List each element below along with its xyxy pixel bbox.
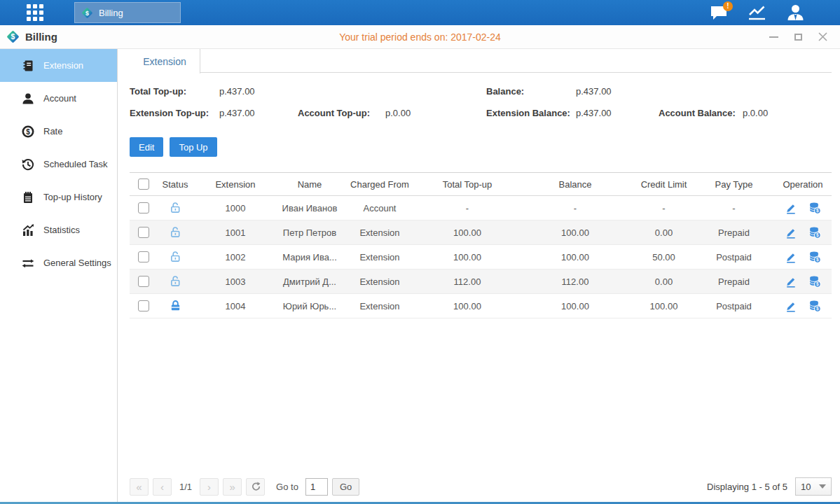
edit-row-icon[interactable] — [785, 202, 797, 214]
sidebar: Extension Account $ Rate Scheduled Task … — [0, 49, 118, 504]
cell-balance: 100.00 — [516, 245, 634, 270]
topup-row-icon[interactable]: $ — [808, 226, 821, 239]
cell-pay-type: Prepaid — [694, 220, 774, 245]
lock-closed-icon — [170, 299, 181, 312]
total-topup-label: Total Top-up: — [130, 86, 219, 97]
sidebar-item-extension[interactable]: Extension — [0, 49, 117, 82]
table-header-row: Status Extension Name Charged From Total… — [130, 173, 832, 196]
content-area: Extension Total Top-up: p.437.00 Extensi… — [118, 49, 840, 504]
cell-name: Юрий Юрь... — [278, 294, 341, 318]
tab-bar: Extension — [130, 49, 832, 73]
select-all-checkbox[interactable] — [138, 178, 149, 190]
col-credit-limit: Credit Limit — [634, 173, 694, 196]
next-page-button[interactable]: › — [200, 478, 219, 496]
edit-row-icon[interactable] — [785, 251, 797, 263]
account-topup-label: Account Top-up: — [298, 108, 385, 118]
page-size-value: 10 — [801, 482, 811, 492]
goto-page-input[interactable] — [305, 478, 328, 496]
cell-pay-type: Postpaid — [694, 245, 774, 270]
trial-message: Your trial period ends on: 2017-02-24 — [0, 31, 840, 43]
account-balance-value: p.0.00 — [743, 108, 768, 118]
cell-balance: 112.00 — [516, 270, 634, 294]
cell-extension: 1002 — [193, 245, 278, 270]
cell-extension: 1001 — [193, 220, 278, 245]
cell-total-topup: 112.00 — [418, 270, 516, 294]
cell-pay-type: - — [694, 196, 774, 220]
reports-chart-icon[interactable] — [748, 5, 766, 21]
prev-page-button[interactable]: ‹ — [153, 478, 172, 496]
taskbar-billing-tab[interactable]: $ Billing — [74, 2, 181, 23]
sidebar-item-label: Rate — [43, 126, 62, 136]
topup-row-icon[interactable]: $ — [808, 300, 821, 312]
sidebar-item-statistics[interactable]: Statistics — [0, 214, 117, 246]
billing-app-icon: $ — [81, 7, 93, 19]
sidebar-item-rate[interactable]: $ Rate — [0, 115, 117, 148]
col-name: Name — [278, 173, 341, 196]
row-checkbox[interactable] — [138, 227, 149, 238]
row-checkbox[interactable] — [138, 300, 149, 312]
cell-balance: - — [516, 196, 634, 220]
row-checkbox[interactable] — [138, 202, 149, 214]
svg-text:$: $ — [11, 33, 15, 41]
cell-total-topup: - — [418, 196, 516, 220]
balance-label: Balance: — [486, 86, 576, 97]
sidebar-item-general-settings[interactable]: General Settings — [0, 246, 117, 279]
extension-balance-value: p.437.00 — [576, 108, 659, 118]
table-row: 1003 Дмитрий Д... Extension 112.00 112.0… — [130, 270, 832, 294]
tab-extension[interactable]: Extension — [130, 49, 200, 74]
extension-topup-value: p.437.00 — [219, 108, 298, 118]
svg-text:$: $ — [816, 281, 819, 287]
last-page-button[interactable]: » — [223, 478, 242, 496]
cell-credit-limit: 0.00 — [634, 220, 694, 245]
sidebar-item-scheduled-task[interactable]: Scheduled Task — [0, 148, 117, 181]
col-total-topup: Total Top-up — [418, 173, 516, 196]
window-title-bar: $ Billing Your trial period ends on: 201… — [0, 25, 840, 49]
displaying-info: Displaying 1 - 5 of 5 — [707, 482, 787, 492]
pagination-bar: « ‹ 1/1 › » Go to Go Displaying 1 - 5 of… — [130, 473, 832, 504]
cell-balance: 100.00 — [516, 220, 634, 245]
minimize-icon[interactable] — [769, 32, 778, 42]
edit-button[interactable]: Edit — [130, 137, 163, 157]
messages-icon[interactable]: ! — [710, 5, 728, 21]
first-page-button[interactable]: « — [130, 478, 149, 496]
close-icon[interactable] — [818, 32, 827, 42]
topup-button[interactable]: Top Up — [170, 137, 216, 157]
page-size-select[interactable]: 10 — [795, 477, 832, 496]
cell-charged-from: Extension — [341, 270, 418, 294]
topup-row-icon[interactable]: $ — [808, 275, 821, 288]
notepad-icon — [21, 191, 34, 204]
topup-row-icon[interactable]: $ — [808, 202, 821, 214]
sidebar-item-label: Top-up History — [43, 192, 102, 202]
app-grid-icon[interactable] — [27, 4, 43, 21]
cell-name: Дмитрий Д... — [278, 270, 341, 294]
balance-value: p.437.00 — [576, 86, 612, 97]
cell-charged-from: Extension — [341, 294, 418, 318]
cell-credit-limit: 50.00 — [634, 245, 694, 270]
history-clock-icon — [21, 158, 34, 171]
cell-extension: 1003 — [193, 270, 278, 294]
svg-text:$: $ — [816, 257, 819, 262]
table-row: 1002 Мария Ива... Extension 100.00 100.0… — [130, 245, 832, 270]
edit-row-icon[interactable] — [785, 226, 797, 239]
billing-window-icon: $ — [6, 30, 20, 43]
user-account-icon[interactable] — [786, 4, 805, 21]
svg-text:$: $ — [816, 232, 819, 238]
extension-balance-label: Extension Balance: — [486, 108, 576, 118]
cell-total-topup: 100.00 — [418, 294, 516, 318]
edit-row-icon[interactable] — [785, 300, 797, 312]
cell-charged-from: Account — [341, 196, 418, 220]
row-checkbox[interactable] — [138, 276, 149, 287]
edit-row-icon[interactable] — [785, 275, 797, 288]
topup-row-icon[interactable]: $ — [808, 251, 821, 263]
go-button[interactable]: Go — [332, 478, 359, 496]
cell-pay-type: Postpaid — [694, 294, 774, 318]
row-checkbox[interactable] — [138, 251, 149, 262]
refresh-button[interactable] — [246, 478, 265, 496]
sidebar-item-label: Scheduled Task — [43, 159, 108, 169]
maximize-icon[interactable] — [793, 32, 803, 42]
sidebar-item-topup-history[interactable]: Top-up History — [0, 181, 117, 214]
sidebar-item-account[interactable]: Account — [0, 82, 117, 115]
account-topup-value: p.0.00 — [385, 108, 411, 118]
lock-open-icon — [170, 201, 181, 214]
lock-open-icon — [170, 250, 181, 262]
